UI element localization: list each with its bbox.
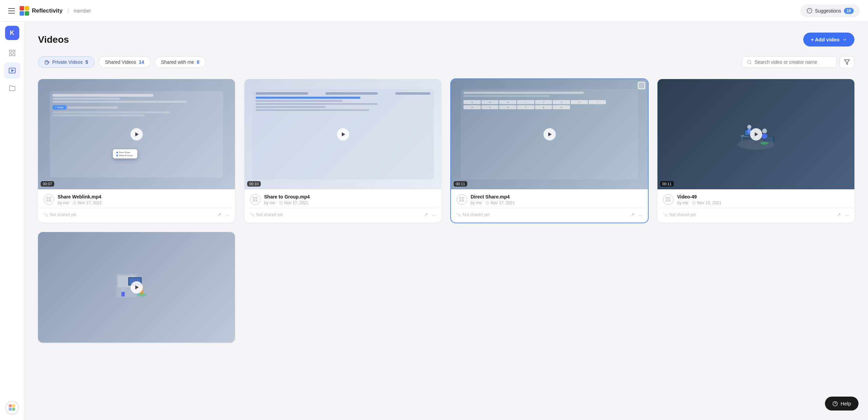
svg-rect-36 [462,197,464,199]
svg-rect-60 [668,197,671,199]
user-avatar[interactable]: K [5,26,19,40]
video-card[interactable]: + Share Direct Share [38,79,235,223]
sidebar-item-videos[interactable] [4,62,20,79]
card-title: Direct Share.mp4 [471,194,515,199]
top-navigation: Reflectivity | member Suggestions 10 [0,0,868,22]
hamburger-menu[interactable] [8,8,15,14]
svg-rect-14 [12,404,15,407]
card-actions: Not shared yet ↗ ··· [451,208,648,223]
search-box[interactable] [742,56,837,68]
svg-rect-1 [25,6,29,11]
svg-rect-2 [20,11,24,16]
svg-line-64 [663,213,667,217]
main-content: Videos + Add video Private Videos [24,22,868,420]
tab-shared-with-me[interactable]: Shared with me 8 [155,56,206,68]
svg-marker-22 [845,60,850,64]
card-meta: by me · Nov 17, 2021 [264,201,310,205]
video-thumbnail: 00:10 [244,79,441,189]
app-role: member [74,8,91,14]
card-meta: by me · Nov 15, 2021 [677,201,721,205]
svg-rect-31 [253,199,255,202]
share-icon[interactable]: ↗ [424,212,428,218]
help-icon [832,401,838,406]
filters-row: Private Videos 5 Shared Videos 14 Shared… [38,56,854,68]
svg-rect-58 [773,136,774,142]
svg-rect-15 [9,408,12,411]
svg-rect-29 [253,197,255,199]
play-button[interactable] [544,128,556,140]
tab-shared-label: Shared Videos [105,59,136,65]
tab-shared-count: 14 [139,59,144,65]
svg-rect-49 [763,134,766,139]
logo-divider: | [67,7,69,14]
svg-rect-16 [12,408,15,411]
svg-rect-68 [121,292,125,297]
card-meta: by me · Nov 17, 2021 [471,201,515,205]
video-card[interactable] [38,232,235,342]
video-duration: 00:10 [247,181,261,187]
not-shared-icon [663,213,667,217]
not-shared-icon [456,213,461,217]
more-icon[interactable]: ··· [225,212,230,218]
play-button[interactable] [750,128,762,140]
help-label: Help [841,401,851,406]
svg-rect-35 [459,197,461,199]
not-shared-status: Not shared yet [250,212,424,217]
help-button[interactable]: Help [825,397,859,411]
video-thumbnail [38,232,235,342]
svg-rect-62 [668,199,671,202]
svg-rect-9 [9,54,11,56]
video-thumbnail: + Share Direct Share [38,79,235,189]
card-info: Direct Share.mp4 by me · Nov 17, 2021 [451,189,648,205]
svg-rect-7 [9,50,11,52]
filter-icon [844,59,850,65]
suggestions-label: Suggestions [815,8,841,14]
share-icon[interactable]: ↗ [217,212,222,218]
more-icon[interactable]: ··· [638,212,643,218]
creator-icon [250,194,261,205]
filter-button[interactable] [840,56,854,68]
not-shared-icon [43,213,48,217]
svg-rect-38 [462,199,464,202]
tab-private-videos[interactable]: Private Videos 5 [38,56,95,68]
svg-line-34 [250,213,254,217]
svg-rect-25 [46,199,48,202]
more-icon[interactable]: ··· [432,212,436,218]
not-shared-status: Not shared yet [43,212,217,217]
sidebar-bottom [5,401,19,420]
play-button[interactable] [131,128,143,140]
filter-search-area [742,56,854,68]
tab-private-label: Private Videos [52,59,83,65]
svg-point-54 [761,142,769,145]
search-input[interactable] [755,59,832,65]
card-actions: Not shared yet ↗ ··· [38,208,235,223]
svg-rect-37 [459,199,461,202]
sidebar-item-files[interactable] [4,80,20,96]
sidebar-item-dashboard[interactable] [4,45,20,61]
svg-point-55 [747,125,751,129]
page-header: Videos + Add video [38,33,854,46]
svg-line-40 [457,213,461,217]
suggestions-count: 10 [844,8,854,14]
share-icon[interactable]: ↗ [837,212,841,218]
svg-point-73 [137,293,146,297]
share-icon[interactable]: ↗ [630,212,635,218]
more-icon[interactable]: ··· [845,212,849,218]
play-button[interactable] [131,281,143,293]
svg-rect-43 [742,137,743,142]
card-title: Video-49 [677,194,721,199]
video-select-checkbox[interactable] [638,82,645,89]
video-card[interactable]: q w e r t y u i a s [451,79,648,223]
tab-private-count: 5 [85,59,88,65]
svg-rect-52 [764,139,765,141]
video-card[interactable]: 00:10 Share to Group [244,79,441,223]
svg-rect-8 [13,50,15,52]
suggestions-button[interactable]: Suggestions 10 [801,4,860,17]
tab-shared-videos[interactable]: Shared Videos 14 [99,56,151,68]
card-actions: Not shared yet ↗ ··· [244,208,441,223]
video-card[interactable]: 00:11 Video-49 [657,79,854,223]
not-shared-icon [250,213,254,217]
play-button[interactable] [337,128,349,140]
add-video-button[interactable]: + Add video [803,33,854,46]
creator-icon [456,194,467,205]
